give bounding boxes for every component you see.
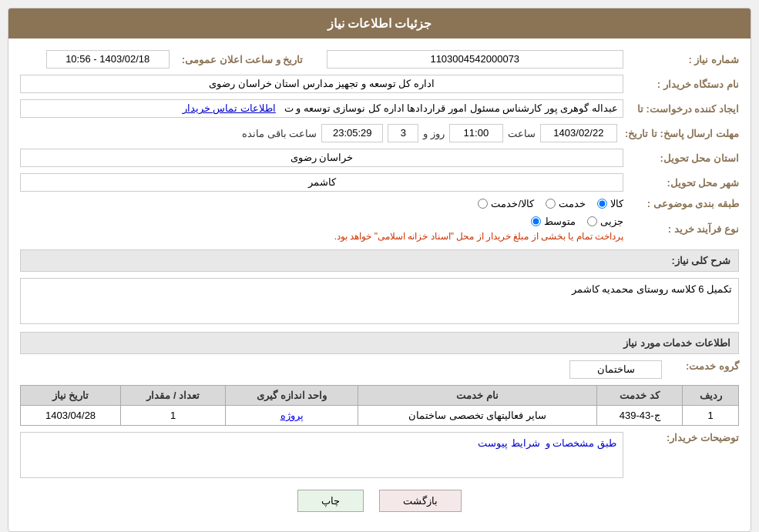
announce-datetime-label: تاریخ و ساعت اعلان عمومی: (174, 54, 304, 65)
col-header-date: تاریخ نیاز (21, 386, 121, 406)
reply-time-label: ساعت (508, 128, 536, 139)
need-desc-section-header: شرح کلی نیاز: (20, 249, 739, 272)
cell-row-1: 1 (683, 406, 739, 426)
category-khedmat-label: خدمت (559, 198, 586, 209)
cell-date-1: 1403/04/28 (21, 406, 121, 426)
process-motavasset-label: متوسط (544, 216, 576, 227)
category-label: طبقه بندی موضوعی : (623, 198, 739, 209)
services-section-header: اطلاعات خدمات مورد نیاز (20, 332, 739, 354)
reply-day-label: روز و (423, 128, 445, 139)
col-header-code: کد خدمت (597, 386, 683, 406)
services-table: ردیف کد خدمت نام خدمت واحد اندازه گیری ت… (20, 385, 739, 426)
process-jozi-radio[interactable] (587, 216, 597, 226)
cell-qty-1: 1 (121, 406, 226, 426)
process-jozi-option[interactable]: جزیی (587, 216, 623, 227)
col-header-name: نام خدمت (358, 386, 596, 406)
col-header-row: ردیف (683, 386, 739, 406)
city-value: کاشمر (20, 173, 623, 192)
buyer-org-label: نام دستگاه خریدار : (623, 79, 739, 90)
creator-contact-link[interactable]: اطلاعات تماس خریدار (183, 102, 276, 114)
need-desc-textarea (20, 278, 739, 324)
buyer-org-value: اداره کل توسعه و تجهیز مدارس استان خراسا… (20, 75, 623, 93)
reply-remaining-label: ساعت باقی مانده (242, 128, 317, 139)
reply-deadline-label: مهلت ارسال پاسخ: تا تاریخ: (617, 128, 739, 139)
page-title: جزئیات اطلاعات نیاز (8, 8, 751, 38)
service-group-label: گروه خدمت: (662, 360, 739, 372)
city-label: شهر محل تحویل: (623, 177, 739, 189)
service-group-value: ساختمان (569, 360, 662, 379)
buyer-notes-textarea (20, 432, 623, 478)
reply-date: 1403/02/22 (540, 124, 617, 142)
process-motavasset-option[interactable]: متوسط (531, 216, 576, 227)
category-kala-khedmat-option[interactable]: کالا/خدمت (478, 198, 534, 209)
col-header-qty: تعداد / مقدار (121, 386, 226, 406)
process-jozi-label: جزیی (600, 216, 623, 227)
province-value: خراسان رضوی (20, 149, 623, 167)
category-khedmat-option[interactable]: خدمت (546, 198, 586, 209)
process-motavasset-radio[interactable] (531, 216, 541, 226)
need-number-value: 1103004542000073 (327, 50, 624, 69)
category-kala-radio[interactable] (597, 199, 607, 209)
print-button[interactable]: چاپ (297, 490, 364, 512)
back-button[interactable]: بازگشت (379, 490, 462, 512)
creator-value: عبداله گوهری پور کارشناس مسئول امور قرار… (284, 102, 618, 114)
province-label: استان محل تحویل: (623, 152, 739, 164)
category-kala-khedmat-label: کالا/خدمت (491, 198, 534, 209)
reply-time: 11:00 (449, 124, 503, 142)
reply-days: 3 (388, 124, 418, 142)
reply-remaining: 23:05:29 (321, 124, 383, 142)
buttons-row: بازگشت چاپ (20, 490, 739, 520)
category-kala-label: کالا (610, 198, 623, 209)
category-kala-khedmat-radio[interactable] (478, 199, 488, 209)
announce-datetime-value: 1403/02/18 - 10:56 (46, 50, 170, 69)
process-note: پرداخت تمام یا بخشی از مبلغ خریدار از مح… (334, 231, 623, 242)
cell-unit-1: پروژه (226, 406, 358, 426)
col-header-unit: واحد اندازه گیری (226, 386, 358, 406)
cell-name-1: سایر فعالیتهای تخصصی ساختمان (358, 406, 596, 426)
table-row: 1 ج-43-439 سایر فعالیتهای تخصصی ساختمان … (21, 406, 739, 426)
creator-label: ایجاد کننده درخواست: تا (623, 103, 739, 115)
need-number-label: شماره نیاز : (623, 54, 739, 65)
category-khedmat-radio[interactable] (546, 199, 556, 209)
buyer-notes-label: توضیحات خریدار: (623, 432, 739, 443)
process-type-label: نوع فرآیند خرید : (623, 223, 739, 235)
cell-code-1: ج-43-439 (597, 406, 683, 426)
category-kala-option[interactable]: کالا (597, 198, 623, 209)
